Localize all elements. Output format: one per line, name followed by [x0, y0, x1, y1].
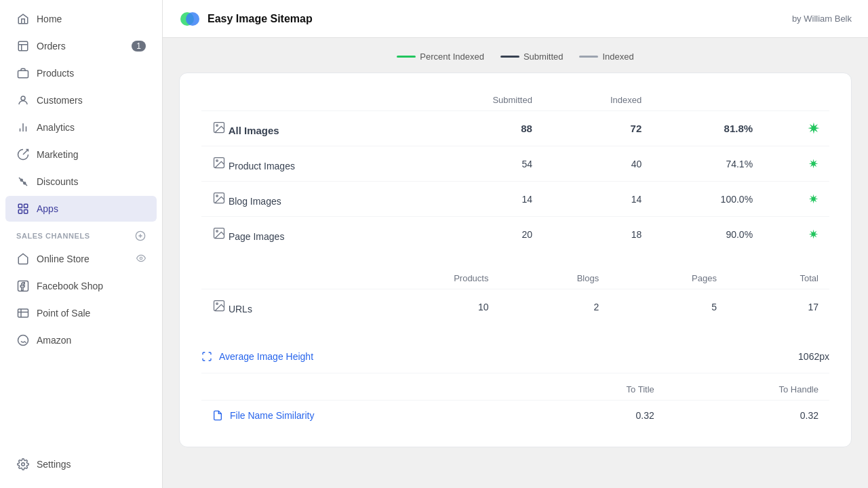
svg-point-13	[22, 463, 25, 466]
marketing-icon	[16, 148, 30, 161]
sidebar-item-label: Home	[37, 14, 62, 24]
orders-badge: 1	[132, 41, 146, 52]
star-cell: ✷	[764, 111, 829, 146]
sidebar-item-discounts[interactable]: Discounts	[5, 169, 157, 195]
discounts-icon	[16, 175, 30, 188]
svg-rect-4	[18, 204, 22, 207]
svg-rect-7	[24, 210, 28, 214]
sidebar-item-label: Apps	[37, 203, 58, 214]
sidebar-item-label: Amazon	[37, 335, 71, 346]
svg-rect-5	[24, 204, 28, 207]
pos-icon	[16, 306, 30, 320]
svg-point-9	[140, 257, 142, 260]
sidebar-item-home[interactable]: Home	[5, 6, 157, 32]
file-similarity-table: To Title To Handle File Name Similarity …	[201, 379, 829, 430]
row-label-product-images: Product Images	[212, 156, 406, 171]
urls-table: Products Blogs Pages Total URLs	[201, 268, 829, 324]
add-channel-button[interactable]	[135, 230, 146, 241]
legend-color-submitted	[500, 56, 519, 58]
svg-point-17	[216, 125, 218, 127]
amazon-icon	[16, 333, 30, 347]
eye-icon[interactable]	[136, 253, 146, 265]
sidebar-item-settings[interactable]: Settings	[5, 451, 157, 477]
legend-color-indexed	[579, 56, 598, 58]
svg-point-21	[216, 195, 218, 197]
table-row: All Images 88 72 81.8% ✷	[201, 111, 829, 146]
chart-legend: Percent Indexed Submitted Indexed	[179, 52, 852, 62]
col-header-star	[764, 89, 829, 111]
topbar-by-label: by William Belk	[792, 14, 852, 24]
sidebar-item-label: Analytics	[37, 122, 75, 133]
content-area: Percent Indexed Submitted Indexed Submit…	[163, 38, 868, 488]
sidebar: Home Orders 1 Products Customers Analyti…	[0, 0, 163, 488]
sidebar-item-marketing[interactable]: Marketing	[5, 142, 157, 167]
legend-color-percent	[397, 56, 416, 58]
sidebar-item-label: Marketing	[37, 149, 78, 160]
table-row: Blog Images 14 14 100.0% ✷	[201, 182, 829, 217]
avg-image-height-label[interactable]: Average Image Height	[201, 351, 313, 362]
topbar: Easy Image Sitemap by William Belk	[163, 0, 868, 38]
legend-indexed: Indexed	[579, 52, 633, 62]
urls-row: URLs 10 2 5 17	[201, 289, 829, 325]
sidebar-item-products[interactable]: Products	[5, 60, 157, 86]
apps-icon	[16, 202, 30, 216]
main-content: Easy Image Sitemap by William Belk Perce…	[163, 0, 868, 488]
sidebar-item-apps[interactable]: Apps	[5, 196, 157, 222]
sidebar-item-customers[interactable]: Customers	[5, 87, 157, 113]
sidebar-item-label: Settings	[37, 459, 71, 470]
sim-col-title: To Title	[532, 379, 665, 401]
file-similarity-label[interactable]: File Name Similarity	[212, 410, 521, 421]
col-header-percent	[652, 89, 764, 111]
svg-point-23	[216, 230, 218, 232]
settings-icon	[16, 458, 30, 471]
facebook-icon	[16, 279, 30, 293]
avg-image-height-row: Average Image Height 1062px	[201, 340, 829, 373]
urls-col-pages: Pages	[610, 268, 728, 289]
sidebar-item-label: Orders	[37, 41, 66, 52]
legend-percent-indexed: Percent Indexed	[397, 52, 484, 62]
sidebar-item-analytics[interactable]: Analytics	[5, 115, 157, 140]
urls-row-label: URLs	[212, 299, 346, 314]
products-icon	[16, 66, 30, 80]
app-title: Easy Image Sitemap	[179, 8, 313, 30]
customers-icon	[16, 94, 30, 107]
image-stats-table: Submitted Indexed All Images	[201, 89, 829, 251]
sidebar-item-online-store[interactable]: Online Store	[5, 246, 157, 272]
row-label-all-images: All Images	[212, 121, 406, 136]
sidebar-item-label: Discounts	[37, 176, 78, 187]
svg-rect-6	[18, 210, 22, 214]
star-cell: ✷	[764, 217, 829, 252]
sidebar-item-amazon[interactable]: Amazon	[5, 327, 157, 353]
svg-point-12	[18, 336, 28, 346]
sim-col-label	[201, 379, 532, 401]
table-row: Product Images 54 40 74.1% ✷	[201, 146, 829, 182]
row-label-blog-images: Blog Images	[212, 191, 406, 207]
svg-point-15	[186, 12, 199, 26]
star-cell: ✷	[764, 182, 829, 217]
svg-rect-11	[18, 309, 28, 317]
file-icon	[212, 410, 223, 421]
store-icon	[16, 252, 30, 266]
similarity-row: File Name Similarity 0.32 0.32	[201, 401, 829, 431]
svg-point-19	[216, 160, 218, 162]
urls-col-blogs: Blogs	[499, 268, 610, 289]
sidebar-item-label: Products	[37, 68, 74, 79]
analytics-icon	[16, 121, 30, 134]
star-cell: ✷	[764, 146, 829, 182]
url-icon	[212, 299, 226, 312]
col-header-submitted: Submitted	[416, 89, 543, 111]
urls-col-products: Products	[357, 268, 499, 289]
col-header-indexed: Indexed	[543, 89, 652, 111]
stats-card: Submitted Indexed All Images	[179, 73, 852, 447]
sidebar-item-facebook-shop[interactable]: Facebook Shop	[5, 273, 157, 299]
image-icon	[212, 121, 226, 134]
sidebar-item-point-of-sale[interactable]: Point of Sale	[5, 300, 157, 326]
svg-rect-0	[18, 41, 28, 51]
resize-icon	[201, 351, 212, 362]
image-icon	[212, 226, 226, 240]
image-icon	[212, 191, 226, 205]
sidebar-item-orders[interactable]: Orders 1	[5, 33, 157, 59]
row-label-page-images: Page Images	[212, 226, 406, 242]
sim-col-handle: To Handle	[665, 379, 829, 401]
sales-channels-header: SALES CHANNELS	[5, 222, 157, 245]
